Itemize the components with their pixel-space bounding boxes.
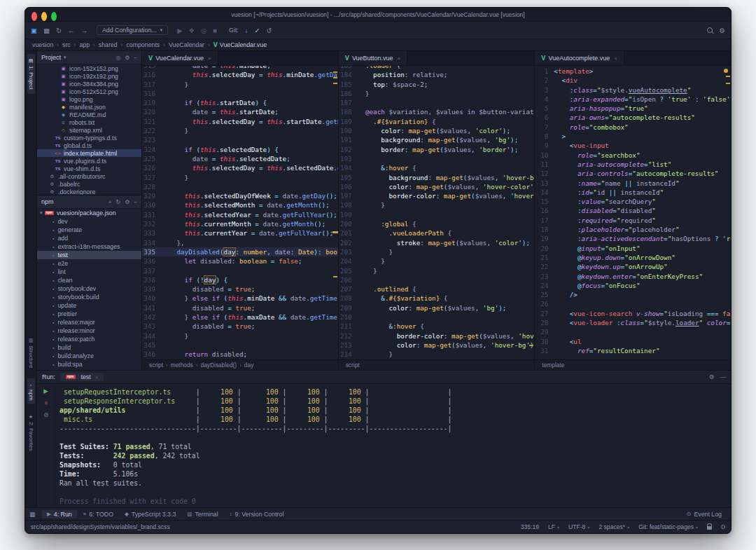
back-icon[interactable]: ← bbox=[68, 27, 75, 34]
npm-panel-header[interactable]: npm + ↻ ⚙ − bbox=[37, 195, 141, 209]
save-all-icon[interactable]: ▦ bbox=[43, 27, 50, 34]
npm-package-row[interactable]: ▾npmvuesion/package.json bbox=[37, 209, 141, 217]
breadcrumb-item[interactable]: shared bbox=[99, 41, 118, 48]
npm-script-item[interactable]: •storybook:build bbox=[37, 293, 141, 301]
project-tree-item[interactable]: <>index.template.html bbox=[37, 149, 141, 157]
search-everywhere-icon[interactable] bbox=[707, 27, 713, 33]
project-tree-item[interactable]: ≡robots.txt bbox=[37, 118, 141, 126]
tool-window-button[interactable]: ▶4: Run bbox=[42, 510, 77, 518]
title-bar[interactable]: vuesion [~/Projects/vuesion/vuesion] - .… bbox=[25, 8, 731, 22]
minimize-window-button[interactable] bbox=[41, 12, 47, 21]
breadcrumb-item[interactable]: template bbox=[542, 362, 564, 369]
run-configuration-select[interactable]: Add Configuration... ▾ bbox=[97, 25, 168, 35]
breadcrumb-item[interactable]: VVueCalendar.vue bbox=[214, 41, 267, 48]
npm-script-item[interactable]: •build bbox=[37, 343, 141, 352]
editor-tab[interactable]: VVueButton.vue× bbox=[339, 51, 408, 65]
add-script-icon[interactable]: + bbox=[108, 199, 112, 205]
npm-script-item[interactable]: •build:spa bbox=[37, 360, 141, 369]
npm-script-item[interactable]: •generate bbox=[37, 226, 141, 234]
panel-settings-icon[interactable]: ⚙ bbox=[125, 55, 130, 61]
project-tree-item[interactable]: ◇sitemap.xml bbox=[37, 126, 141, 134]
project-tree-item[interactable]: ▣icon-192x192.png bbox=[37, 72, 141, 80]
editor-tab[interactable]: VVueAutocomplete.vue× bbox=[535, 51, 624, 65]
project-tree-item[interactable]: ⚙.dockerignore bbox=[37, 188, 141, 195]
breadcrumb-item[interactable]: dayDisabled() bbox=[200, 362, 237, 369]
project-tree-item[interactable]: ◆manifest.json bbox=[37, 103, 141, 111]
project-tree-item[interactable]: ⚙.babelrc bbox=[37, 180, 141, 188]
sync-icon[interactable]: ↻ bbox=[56, 27, 62, 34]
rerun-icon[interactable]: ▶ bbox=[43, 387, 48, 394]
breadcrumb-item[interactable]: methods bbox=[171, 362, 193, 369]
tool-window-button[interactable]: ≡6: TODO bbox=[78, 510, 118, 518]
git-update-icon[interactable]: ↓ bbox=[245, 27, 248, 34]
hide-panel-icon[interactable]: − bbox=[134, 55, 137, 61]
stop-icon[interactable]: ■ bbox=[213, 27, 217, 34]
tool-stripe-button[interactable]: ▥Structure bbox=[27, 334, 35, 372]
stop-icon[interactable]: ■ bbox=[44, 399, 48, 406]
tool-stripe-button[interactable]: ▤1: Project bbox=[27, 54, 35, 94]
npm-script-item[interactable]: •lint bbox=[37, 268, 141, 276]
breadcrumb-item[interactable]: components bbox=[126, 41, 160, 48]
project-tree-item[interactable]: TScustom-typings.d.ts bbox=[37, 134, 141, 142]
tool-window-button[interactable]: ↕9: Version Control bbox=[225, 510, 289, 518]
zoom-window-button[interactable] bbox=[51, 12, 57, 21]
npm-script-item[interactable]: •add bbox=[37, 234, 141, 242]
breadcrumb-item[interactable]: VueCalendar bbox=[169, 41, 204, 48]
breadcrumb-item[interactable]: src bbox=[62, 41, 71, 48]
lock-icon[interactable] bbox=[707, 526, 712, 530]
tool-window-switcher-icon[interactable]: ▦ bbox=[29, 511, 35, 518]
status-file-encoding[interactable]: UTF-8▾ bbox=[568, 523, 589, 530]
tool-window-button[interactable]: ⊙Event Log bbox=[682, 510, 727, 518]
tab-close-icon[interactable]: × bbox=[208, 55, 211, 62]
project-tree[interactable]: ▣icon-152x152.png▣icon-192x192.png▣icon-… bbox=[37, 62, 141, 195]
npm-script-item[interactable]: •test bbox=[37, 251, 141, 259]
npm-scripts-list[interactable]: ▾npmvuesion/package.json•dev•generate•ad… bbox=[37, 209, 141, 370]
test-output-console[interactable]: setupRequestInterceptor.ts | 100 | 100 |… bbox=[55, 384, 731, 507]
project-tree-item[interactable]: ▣icon-384x384.png bbox=[37, 80, 141, 88]
breadcrumb-item[interactable]: vuesion bbox=[32, 41, 53, 48]
npm-script-item[interactable]: •build:analyze bbox=[37, 352, 141, 360]
status-caret-position[interactable]: 335:19 bbox=[521, 523, 539, 530]
git-commit-icon[interactable]: ✓ bbox=[255, 27, 260, 34]
npm-script-item[interactable]: •clean bbox=[37, 276, 141, 284]
npm-script-item[interactable]: •dev bbox=[37, 217, 141, 226]
npm-script-item[interactable]: •prettier bbox=[37, 310, 141, 318]
tool-stripe-button[interactable]: ▫npm bbox=[27, 378, 35, 405]
npm-script-item[interactable]: •storybook:dev bbox=[37, 284, 141, 293]
breadcrumb-item[interactable]: app bbox=[79, 41, 90, 48]
panel-settings-icon[interactable]: ⚙ bbox=[125, 199, 130, 205]
project-tree-item[interactable]: ⚙.all-contributorsrc bbox=[37, 172, 141, 180]
status-file-path[interactable]: src/app/shared/designSystem/variables/_b… bbox=[31, 523, 170, 530]
code-editor[interactable]: 315 date = this.minDate;316 this.selecte… bbox=[142, 66, 338, 359]
tool-window-button[interactable]: ◆TypeScript 3.3.3 bbox=[120, 510, 181, 518]
breadcrumb-item[interactable]: script bbox=[346, 362, 360, 369]
git-rollback-icon[interactable]: ↺ bbox=[267, 27, 272, 34]
breadcrumb-item[interactable]: day bbox=[244, 362, 254, 369]
breadcrumb-item[interactable]: script bbox=[149, 362, 163, 369]
tool-stripe-button[interactable]: ★2: Favorites bbox=[27, 410, 35, 455]
debug-icon[interactable]: ❖ bbox=[189, 27, 195, 34]
clear-output-icon[interactable]: ⊘ bbox=[43, 411, 48, 418]
run-settings-icon[interactable]: ⚙ bbox=[709, 373, 715, 380]
status-indent-style[interactable]: 2 spaces*▾ bbox=[598, 523, 629, 530]
status-git-branch[interactable]: Git: feat/static-pages▾ bbox=[638, 523, 698, 530]
npm-script-item[interactable]: •extract-i18n-messages bbox=[37, 242, 141, 251]
project-tree-item[interactable]: ▣icon-512x512.png bbox=[37, 88, 141, 95]
settings-icon[interactable]: ⚙ bbox=[719, 27, 725, 34]
hide-panel-icon[interactable]: − bbox=[134, 199, 137, 205]
forward-icon[interactable]: → bbox=[80, 27, 88, 34]
project-tree-item[interactable]: TSvue.plugins.d.ts bbox=[37, 157, 141, 165]
status-line-separator[interactable]: LF▾ bbox=[548, 523, 559, 530]
tool-window-button[interactable]: ▥Terminal bbox=[182, 510, 223, 518]
tab-close-icon[interactable]: × bbox=[614, 55, 617, 62]
project-tree-item[interactable]: TSglobal.d.ts bbox=[37, 142, 141, 149]
project-tree-item[interactable]: ▣logo.png bbox=[37, 95, 141, 103]
project-tree-item[interactable]: TSvue-shim.d.ts bbox=[37, 165, 141, 172]
project-tree-item[interactable]: ◈README.md bbox=[37, 111, 141, 118]
npm-script-item[interactable]: •release:patch bbox=[37, 335, 141, 343]
npm-script-item[interactable]: •e2e bbox=[37, 259, 141, 268]
tab-close-icon[interactable]: × bbox=[95, 374, 99, 380]
npm-script-item[interactable]: •update bbox=[37, 301, 141, 310]
run-tab[interactable]: npm test × bbox=[60, 373, 104, 381]
project-tree-item[interactable]: ▣icon-152x152.png bbox=[37, 64, 141, 72]
